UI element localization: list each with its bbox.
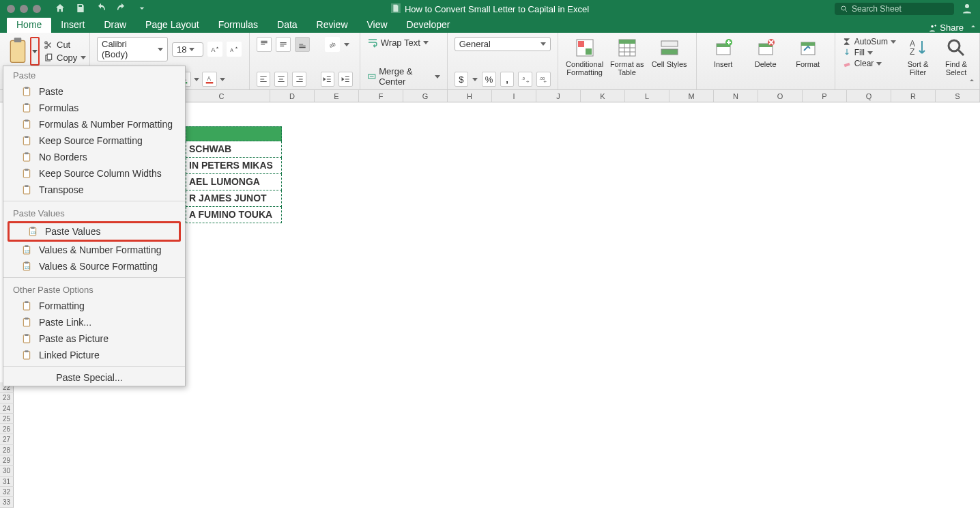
- qat-dropdown-icon[interactable]: [136, 3, 147, 16]
- column-header[interactable]: M: [669, 90, 714, 102]
- row-header[interactable]: 25: [0, 414, 14, 424]
- selected-cell[interactable]: A FUMINO TOUKA: [186, 207, 282, 223]
- autosum-button[interactable]: AutoSum: [842, 37, 896, 46]
- menu-item-paste-as-picture[interactable]: Paste as Picture: [3, 330, 185, 347]
- tab-data[interactable]: Data: [268, 17, 307, 33]
- row-header[interactable]: 32: [0, 487, 14, 497]
- copy-button[interactable]: Copy: [44, 53, 86, 63]
- align-bottom-icon[interactable]: [295, 37, 310, 52]
- tab-home[interactable]: Home: [7, 17, 51, 33]
- number-format-select[interactable]: General: [455, 37, 551, 51]
- conditional-formatting-button[interactable]: Conditional Formatting: [565, 37, 605, 87]
- tab-developer[interactable]: Developer: [397, 17, 460, 33]
- tab-insert[interactable]: Insert: [51, 17, 94, 33]
- column-header[interactable]: J: [536, 90, 581, 102]
- column-header[interactable]: C: [173, 90, 270, 102]
- column-header[interactable]: N: [714, 90, 758, 102]
- comma-icon[interactable]: ,: [500, 72, 515, 87]
- column-header[interactable]: E: [315, 90, 359, 102]
- column-header[interactable]: K: [581, 90, 625, 102]
- delete-cells-button[interactable]: Delete: [746, 37, 786, 87]
- decrease-decimal-icon[interactable]: .00: [536, 72, 551, 87]
- home-icon[interactable]: [55, 3, 66, 16]
- column-header[interactable]: I: [492, 90, 536, 102]
- row-header[interactable]: 24: [0, 403, 14, 414]
- orientation-icon[interactable]: ab: [325, 37, 340, 52]
- menu-item-keep-source-column-widths[interactable]: Keep Source Column Widths: [3, 165, 185, 182]
- zoom-window-icon[interactable]: [33, 5, 41, 13]
- increase-indent-icon[interactable]: [338, 72, 352, 87]
- row-header[interactable]: 30: [0, 466, 14, 476]
- column-header[interactable]: P: [803, 90, 847, 102]
- window-controls[interactable]: [7, 5, 41, 13]
- search-sheet-input[interactable]: Search Sheet: [835, 3, 954, 15]
- collapse-ribbon-icon[interactable]: [969, 22, 980, 33]
- minimize-window-icon[interactable]: [20, 5, 28, 13]
- menu-item-paste-special[interactable]: Paste Special...: [3, 369, 185, 386]
- paste-button[interactable]: [7, 37, 29, 66]
- row-header[interactable]: 33: [0, 497, 14, 507]
- column-header[interactable]: S: [936, 90, 980, 102]
- selected-cell[interactable]: R JAMES JUNOT: [186, 190, 282, 207]
- cell-styles-button[interactable]: Cell Styles: [650, 37, 689, 87]
- column-header[interactable]: Q: [847, 90, 891, 102]
- user-icon[interactable]: [961, 2, 973, 16]
- align-left-icon[interactable]: [257, 72, 270, 87]
- selected-cell[interactable]: IN PETERS MIKAS: [186, 158, 282, 174]
- decrease-indent-icon[interactable]: [321, 72, 334, 87]
- align-top-icon[interactable]: [257, 37, 272, 52]
- row-header[interactable]: 23: [0, 393, 14, 403]
- close-window-icon[interactable]: [7, 5, 15, 13]
- decrease-font-icon[interactable]: A: [227, 42, 242, 57]
- column-header[interactable]: H: [448, 90, 492, 102]
- wrap-text-button[interactable]: Wrap Text: [367, 37, 440, 48]
- tab-view[interactable]: View: [358, 17, 397, 33]
- menu-item-keep-source-formatting[interactable]: Keep Source Formatting: [3, 132, 185, 149]
- font-name-select[interactable]: Calibri (Body): [97, 37, 168, 61]
- row-header[interactable]: 28: [0, 445, 14, 455]
- sort-filter-button[interactable]: AZSort & Filter: [902, 37, 934, 87]
- column-header[interactable]: G: [403, 90, 448, 102]
- align-right-icon[interactable]: [292, 72, 306, 87]
- selected-cell[interactable]: SCHWAB: [186, 141, 282, 158]
- row-header[interactable]: 31: [0, 477, 14, 487]
- tab-page-layout[interactable]: Page Layout: [136, 17, 209, 33]
- row-header[interactable]: 29: [0, 455, 14, 466]
- undo-icon[interactable]: [96, 3, 106, 16]
- menu-item-paste[interactable]: Paste: [3, 83, 185, 100]
- column-header[interactable]: R: [891, 90, 936, 102]
- column-header[interactable]: O: [758, 90, 803, 102]
- font-color-icon[interactable]: A: [202, 72, 217, 87]
- menu-item-formulas-number-formatting[interactable]: Formulas & Number Formatting: [3, 116, 185, 132]
- menu-item-values-source-formatting[interactable]: 123Values & Source Formatting: [3, 258, 185, 274]
- merge-center-button[interactable]: Merge & Center: [367, 66, 440, 87]
- selected-cell[interactable]: [186, 126, 282, 141]
- menu-item-paste-values[interactable]: 123Paste Values: [10, 223, 179, 240]
- currency-icon[interactable]: $: [455, 72, 469, 87]
- insert-cells-button[interactable]: Insert: [704, 37, 743, 87]
- format-as-table-button[interactable]: Format as Table: [607, 37, 647, 87]
- share-button[interactable]: Share: [927, 23, 969, 33]
- column-header[interactable]: F: [359, 90, 403, 102]
- align-middle-icon[interactable]: [276, 37, 291, 52]
- save-icon[interactable]: [75, 3, 86, 16]
- row-header[interactable]: 27: [0, 434, 14, 444]
- menu-item-formatting[interactable]: Formatting: [3, 298, 185, 314]
- menu-item-transpose[interactable]: Transpose: [3, 182, 185, 198]
- font-size-select[interactable]: 18: [172, 42, 203, 57]
- column-header[interactable]: D: [270, 90, 315, 102]
- tab-formulas[interactable]: Formulas: [209, 17, 268, 33]
- tab-review[interactable]: Review: [307, 17, 358, 33]
- menu-item-no-borders[interactable]: No Borders: [3, 149, 185, 165]
- increase-font-icon[interactable]: A: [207, 42, 222, 57]
- paste-dropdown-button[interactable]: [30, 37, 40, 66]
- tab-draw[interactable]: Draw: [94, 17, 136, 33]
- format-cells-button[interactable]: Format: [788, 37, 828, 87]
- clear-button[interactable]: Clear: [842, 59, 896, 68]
- menu-item-linked-picture[interactable]: Linked Picture: [3, 347, 185, 363]
- menu-item-values-number-formatting[interactable]: 123Values & Number Formatting: [3, 242, 185, 258]
- increase-decimal-icon[interactable]: .0: [518, 72, 532, 87]
- column-header[interactable]: L: [625, 90, 669, 102]
- align-center-icon[interactable]: [274, 72, 288, 87]
- menu-item-paste-link[interactable]: Paste Link...: [3, 314, 185, 330]
